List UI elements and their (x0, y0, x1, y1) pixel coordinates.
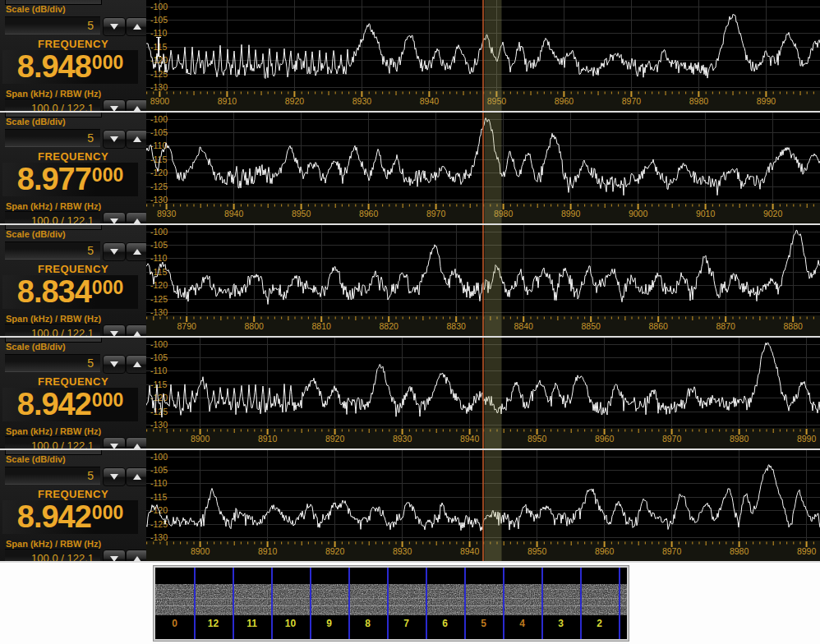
frequency-display[interactable]: 8.977000 (2, 163, 138, 196)
svg-text:8990: 8990 (797, 434, 817, 444)
scanner-waterfall-panel[interactable]: 012111098765432 (154, 566, 629, 641)
span-increment-button[interactable] (126, 437, 146, 448)
svg-text:-100: -100 (150, 227, 168, 237)
scale-input[interactable]: 5 (5, 16, 100, 34)
scale-decrement-button[interactable] (103, 242, 126, 261)
triangle-up-icon (133, 474, 141, 480)
span-rbw-label: Span (kHz) / RBW (Hz) (6, 201, 101, 211)
svg-text:9000: 9000 (629, 209, 648, 218)
svg-text:8950: 8950 (527, 434, 547, 444)
scale-decrement-button[interactable] (103, 355, 126, 374)
scale-increment-button[interactable] (126, 467, 146, 486)
span-decrement-button[interactable] (103, 324, 126, 336)
scale-increment-button[interactable] (126, 242, 146, 261)
svg-text:8910: 8910 (218, 96, 237, 106)
scale-decrement-button[interactable] (103, 17, 126, 36)
scale-input[interactable]: 5 (5, 467, 100, 485)
scale-input[interactable]: 5 (5, 129, 100, 147)
svg-text:8970: 8970 (662, 546, 682, 556)
triangle-down-icon (110, 556, 118, 561)
svg-text:-105: -105 (150, 127, 168, 137)
signal-streak (155, 613, 627, 614)
spectrum-display[interactable]: 8790880088108820883088408850886088708880… (146, 225, 820, 336)
svg-text:8900: 8900 (150, 96, 170, 106)
scale-label: Scale (dB/div) (6, 342, 66, 352)
svg-text:8990: 8990 (757, 96, 776, 106)
channel-number-label[interactable]: 8 (348, 618, 387, 629)
frequency-mhz-digits: 8.977 (17, 163, 91, 196)
svg-text:8960: 8960 (595, 434, 615, 444)
svg-text:8940: 8940 (460, 546, 480, 556)
svg-text:-105: -105 (150, 465, 168, 475)
span-rbw-input[interactable]: 100.0 / 122.1 (5, 436, 100, 448)
scale-increment-button[interactable] (126, 355, 146, 374)
channel-number-label[interactable]: 2 (580, 618, 619, 629)
span-rbw-input[interactable]: 100.0 / 122.1 (5, 211, 100, 223)
svg-text:-110: -110 (150, 366, 167, 375)
span-decrement-button[interactable] (103, 99, 126, 111)
span-increment-button[interactable] (126, 212, 146, 223)
svg-text:8810: 8810 (312, 321, 332, 331)
spectrum-display[interactable]: 8930894089508960897089808990900090109020… (146, 113, 820, 223)
span-rbw-label: Span (kHz) / RBW (Hz) (6, 539, 101, 549)
channel-number-label[interactable]: 7 (387, 618, 426, 629)
scale-increment-button[interactable] (126, 17, 146, 36)
frequency-title: FREQUENCY (0, 263, 146, 275)
scale-label: Scale (dB/div) (6, 4, 66, 14)
channel-number-label[interactable]: 3 (541, 618, 580, 629)
receiver-row: Scale (dB/div) 5 FREQUENCY 8.834000 Span… (0, 225, 820, 338)
frequency-hz-digits: 000 (92, 164, 123, 186)
channel-number-label[interactable]: 9 (310, 618, 348, 629)
svg-text:8900: 8900 (191, 434, 210, 444)
scale-label: Scale (dB/div) (6, 229, 66, 239)
svg-text:8970: 8970 (622, 96, 642, 106)
spectrum-display[interactable]: 8900891089208930894089508960897089808990… (146, 338, 820, 448)
svg-text:-105: -105 (150, 352, 168, 362)
svg-text:8950: 8950 (527, 546, 547, 556)
channel-number-label[interactable]: 6 (426, 618, 464, 629)
svg-text:8970: 8970 (426, 209, 446, 218)
channel-number-label[interactable]: 4 (503, 618, 541, 629)
frequency-display[interactable]: 8.942000 (2, 388, 138, 421)
triangle-up-icon (133, 249, 141, 255)
svg-text:8950: 8950 (292, 209, 311, 218)
channel-number-label[interactable]: 0 (155, 618, 194, 629)
svg-text:8930: 8930 (393, 546, 412, 556)
frequency-display[interactable]: 8.834000 (2, 275, 138, 309)
svg-text:8940: 8940 (420, 96, 440, 106)
span-rbw-input[interactable]: 100.0 / 122.1 (5, 324, 100, 336)
span-decrement-button[interactable] (103, 212, 126, 223)
frequency-display[interactable]: 8.942000 (2, 500, 138, 534)
span-decrement-button[interactable] (103, 550, 126, 561)
channel-number-label[interactable]: 12 (194, 618, 233, 629)
svg-text:-105: -105 (150, 240, 168, 250)
triangle-down-icon (110, 331, 118, 336)
svg-text:-105: -105 (150, 15, 168, 25)
scale-decrement-button[interactable] (103, 130, 126, 149)
scale-increment-button[interactable] (126, 130, 146, 149)
scale-input[interactable]: 5 (5, 242, 100, 260)
svg-text:-100: -100 (150, 2, 168, 12)
span-increment-button[interactable] (126, 550, 146, 561)
span-increment-button[interactable] (126, 324, 146, 336)
scale-decrement-button[interactable] (103, 467, 126, 486)
spectrum-display[interactable]: 8900891089208930894089508960897089808990… (146, 0, 820, 111)
frequency-display[interactable]: 8.948000 (2, 50, 138, 84)
span-rbw-input[interactable]: 100.0 / 122.1 (5, 99, 100, 111)
scale-input[interactable]: 5 (5, 354, 100, 372)
span-rbw-input[interactable]: 100.0 / 122.1 (5, 549, 100, 561)
span-decrement-button[interactable] (103, 437, 126, 448)
channel-number-label[interactable]: 10 (271, 618, 310, 629)
frequency-title: FREQUENCY (0, 150, 146, 163)
svg-text:8960: 8960 (595, 546, 615, 556)
frequency-title: FREQUENCY (0, 38, 146, 50)
span-increment-button[interactable] (126, 99, 146, 111)
frequency-hz-digits: 000 (92, 277, 123, 299)
svg-text:8940: 8940 (460, 434, 480, 444)
spectrum-display[interactable]: 8900891089208930894089508960897089808990… (146, 450, 820, 561)
svg-text:-130: -130 (150, 82, 168, 92)
svg-text:8980: 8980 (730, 546, 749, 556)
channel-number-label[interactable]: 11 (233, 618, 271, 629)
svg-text:8860: 8860 (649, 321, 669, 331)
channel-number-label[interactable]: 5 (464, 618, 503, 629)
